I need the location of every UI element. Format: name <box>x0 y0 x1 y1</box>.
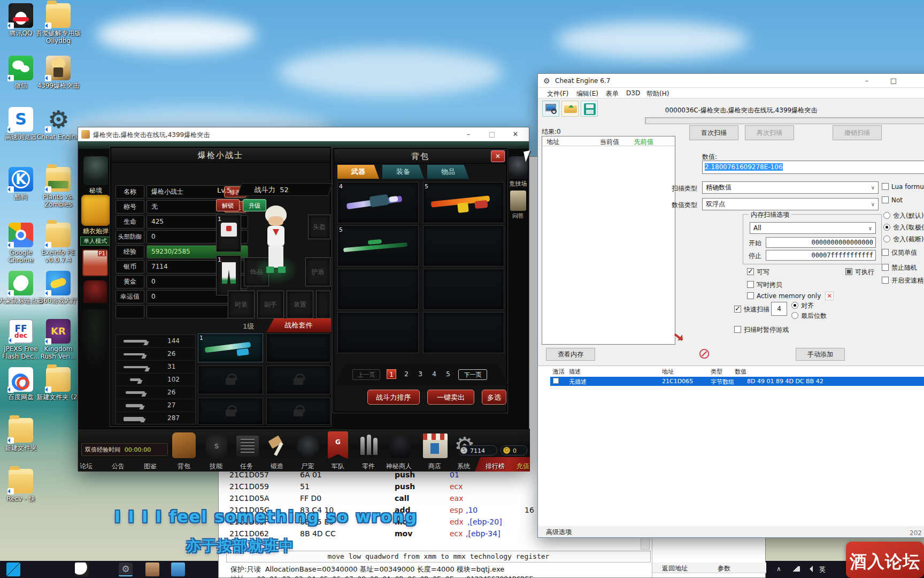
open-table-button[interactable] <box>561 101 579 117</box>
minimize-button[interactable]: – <box>459 127 478 141</box>
speedhack-checkbox[interactable]: 开启变速精灵 <box>882 276 924 285</box>
weapon-slot-locked[interactable] <box>198 366 263 394</box>
menu-parts[interactable]: 零件 <box>352 462 384 471</box>
menu-skill[interactable]: 技能 <box>200 462 232 471</box>
menu-merchant[interactable]: 神秘商人 <box>380 462 418 471</box>
equip-slot-device[interactable]: 装置 <box>287 291 313 318</box>
game-titlebar[interactable]: 爆枪突击,爆枪突击在线玩,4399爆枪突击 – □ ✕ <box>78 127 529 141</box>
backpack-slot-empty[interactable] <box>337 312 419 353</box>
ce-maximize-button[interactable]: □ <box>884 74 903 87</box>
equipped-weapon-slot[interactable]: 1 <box>198 333 263 362</box>
mijing-icon[interactable] <box>83 156 108 185</box>
menu-army[interactable]: 军队 <box>322 462 354 471</box>
desktop-icon-pvz[interactable]: Plants vs. Zombies <box>35 167 81 208</box>
menu-forge[interactable]: 锻造 <box>261 462 293 471</box>
stop-address-input[interactable]: 00007fffffffffff <box>766 250 876 261</box>
menu-shop[interactable]: 商店 <box>419 462 451 471</box>
menu-task[interactable]: 任务 <box>230 462 263 471</box>
taskbar-app-ball[interactable] <box>75 562 89 576</box>
cap-icon[interactable] <box>83 280 107 303</box>
task-menu-icon[interactable] <box>236 436 259 457</box>
advanced-options-label[interactable]: 高级选项 <box>546 528 572 537</box>
desktop-icon-newfolder[interactable]: 新建文件夹 <box>0 418 44 452</box>
align-radio[interactable]: 对齐 <box>791 301 814 310</box>
row-active-checkbox[interactable] <box>553 378 559 384</box>
maximize-button[interactable]: □ <box>483 127 501 141</box>
menu-d3d[interactable]: D3D <box>626 89 640 97</box>
mystic-merchant-menu-icon[interactable] <box>389 435 411 458</box>
th-active[interactable]: 激活 <box>553 368 565 376</box>
executable-checkbox[interactable]: 可执行 <box>845 268 874 277</box>
page-2[interactable]: 2 <box>402 369 411 379</box>
ce-titlebar[interactable]: ⚙ Cheat Engine 6.7 – □ <box>538 74 924 88</box>
menu-help[interactable]: 帮助(H) <box>646 89 669 98</box>
simple-values-checkbox[interactable]: 仅简单值 <box>882 248 917 257</box>
tab-items[interactable]: 物品 <box>427 165 469 179</box>
next-page-button[interactable]: 下一页 <box>458 369 487 380</box>
menu-notice[interactable]: 公告 <box>102 462 134 471</box>
page-4[interactable]: 4 <box>429 369 439 379</box>
menu-forum[interactable]: 论坛 <box>70 462 102 471</box>
th-address[interactable]: 地址 <box>662 368 674 376</box>
speaker-icon[interactable] <box>806 566 813 572</box>
page-1[interactable]: 1 <box>387 369 396 379</box>
fast-scan-alignment-input[interactable]: 4 <box>771 302 787 316</box>
stack-args-header[interactable]: 参数 <box>718 564 730 573</box>
found-address-list[interactable]: 地址 当前值 先前值 <box>542 136 675 345</box>
sell-all-button[interactable]: 一键卖出 <box>427 390 474 405</box>
cheat-table-row[interactable]: 无描述 21C1D065 字节数组 8D 49 01 89 4D DC BB 4… <box>550 377 924 386</box>
round-default-radio[interactable]: 舍入(默认) <box>883 211 923 220</box>
pause-game-checkbox[interactable]: 扫描时暂停游戏 <box>734 325 789 334</box>
menu-codex[interactable]: 图鉴 <box>134 462 166 471</box>
th-description[interactable]: 描述 <box>569 368 581 376</box>
menu-ranking[interactable]: 排行榜 <box>479 462 511 471</box>
page-3[interactable]: 3 <box>415 369 425 379</box>
page-5[interactable]: 5 <box>443 369 453 379</box>
input-language-indicator[interactable]: 英 <box>819 565 826 574</box>
manual-add-button[interactable]: 手动添加 <box>796 348 845 361</box>
taskbar-app-avatar[interactable] <box>145 562 159 576</box>
value-type-select[interactable]: 双浮点 <box>702 198 879 210</box>
scan-type-select[interactable]: 精确数值 <box>702 181 879 194</box>
tray-hidden-icons[interactable]: ∧ <box>776 565 781 573</box>
multi-select-button[interactable]: 多选 <box>482 390 506 405</box>
backpack-slot-empty[interactable] <box>423 269 504 310</box>
sort-by-power-button[interactable]: 战斗力排序 <box>367 390 420 405</box>
zombie-pet-menu-icon[interactable] <box>297 435 319 458</box>
th-value[interactable]: 数值 <box>735 368 746 376</box>
weapon-slot-locked[interactable] <box>266 398 330 425</box>
writable-checkbox[interactable]: 可写 <box>747 268 769 277</box>
single-mode-button[interactable]: 单人模式 <box>80 237 110 246</box>
equip-slot-offhand[interactable]: 副手 <box>257 291 284 318</box>
tab-equipment[interactable]: 装备 <box>382 165 424 179</box>
equip-slot-shield[interactable]: 护盾 <box>305 257 330 286</box>
equip-slot-extra[interactable] <box>316 291 330 318</box>
start-button[interactable] <box>6 562 20 576</box>
taskbar-app-cheatengine[interactable]: ⚙ <box>119 562 133 576</box>
equip-slot-helmet[interactable]: 头盔 <box>308 215 330 239</box>
backpack-close-button[interactable]: ✕ <box>491 150 505 162</box>
scan-value-input[interactable]: 2.1800761609278E-106 <box>702 161 924 174</box>
backpack-slot-empty[interactable] <box>423 312 504 353</box>
round-truncate-radio[interactable]: 舍入(截断) <box>883 235 923 244</box>
qa-icon[interactable] <box>510 191 526 211</box>
desktop-icon-recv[interactable]: Recv - 快 <box>0 469 44 503</box>
weapon-slot-empty[interactable] <box>266 333 330 362</box>
backpack-slot[interactable]: 4 <box>337 182 419 223</box>
equip-slot-pants[interactable]: 1 <box>216 255 241 295</box>
desktop-icon-4399game[interactable]: 4399爆枪突击 <box>35 56 81 89</box>
th-type[interactable]: 类型 <box>711 368 722 376</box>
menu-edit[interactable]: 编辑(E) <box>576 89 598 98</box>
select-process-button[interactable] <box>542 101 559 117</box>
backpack-slot[interactable]: 5 <box>423 182 504 223</box>
active-memory-checkbox[interactable]: Active memory only✕ <box>747 292 834 300</box>
copy-on-write-checkbox[interactable]: 写时拷贝 <box>747 280 782 290</box>
backpack-menu-icon[interactable] <box>172 432 196 458</box>
prev-page-button[interactable]: 上一页 <box>352 369 380 380</box>
ce-minimize-button[interactable]: – <box>858 74 876 87</box>
menu-backpack[interactable]: 背包 <box>168 462 200 471</box>
desktop-icon-ollydbg[interactable]: 吾爱破解专用版Ollydbg <box>35 3 81 44</box>
lua-formula-checkbox[interactable]: Lua formula <box>882 183 924 191</box>
fast-scan-checkbox[interactable]: 快速扫描 <box>734 305 769 314</box>
backpack-slot-empty[interactable] <box>423 225 504 267</box>
